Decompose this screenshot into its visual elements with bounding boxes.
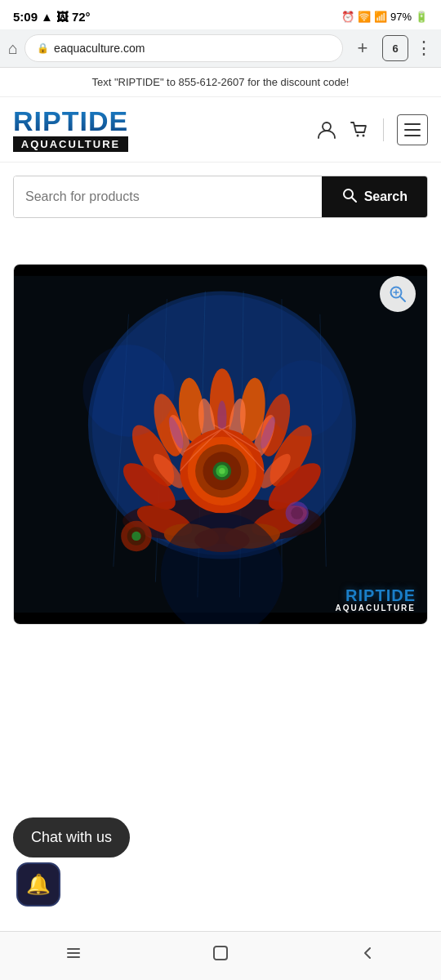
logo-riptide: RIPTIDE [13,107,128,135]
product-image: RIPTIDE AQUACULTURE [14,265,427,624]
signal-icon: 📶 [374,11,387,23]
lock-icon: 🔒 [37,42,49,54]
search-bar: Search [13,176,428,218]
url-bar[interactable]: 🔒 eaquaculture.com [24,34,343,62]
product-logo-overlay: RIPTIDE AQUACULTURE [336,587,416,612]
svg-point-2 [363,134,365,136]
search-button[interactable]: Search [322,176,427,217]
cart-icon [349,119,370,140]
page-content: Text "RIPTIDE" to 855-612-2607 for the d… [0,68,441,690]
alarm-icon: ⏰ [341,11,354,23]
battery-display: 97% [390,11,412,23]
zoom-button[interactable] [380,276,416,312]
wifi-icon: 🛜 [358,11,371,23]
svg-point-47 [131,532,140,541]
logo-aquaculture: AQUACULTURE [13,136,128,152]
menu-line-2 [404,129,421,131]
svg-point-1 [357,134,359,136]
svg-point-0 [323,122,331,131]
home-button[interactable]: ⌂ [8,39,18,58]
search-button-label: Search [364,189,408,204]
search-input[interactable] [14,176,322,217]
new-tab-button[interactable]: + [350,35,376,61]
status-bar: 5:09 ▲ 🖼 72° ⏰ 🛜 📶 97% 🔋 [0,0,441,29]
promo-text: Text "RIPTIDE" to 855-612-2607 for the d… [92,76,350,88]
svg-point-49 [291,507,303,519]
product-image-wrapper: RIPTIDE AQUACULTURE [14,265,427,624]
hamburger-menu-button[interactable] [397,114,428,145]
cart-button[interactable] [349,119,370,140]
alert-icon: ▲ [41,10,53,24]
svg-line-4 [352,198,356,202]
promo-banner: Text "RIPTIDE" to 855-612-2607 for the d… [0,68,441,97]
coral-svg [14,265,427,624]
status-right: ⏰ 🛜 📶 97% 🔋 [341,11,428,23]
overlay-brand-aquaculture: AQUACULTURE [336,604,416,612]
sim-icon: 🖼 [56,10,69,24]
menu-line-3 [404,135,421,136]
svg-point-44 [219,468,225,474]
browser-chrome: ⌂ 🔒 eaquaculture.com + 6 ⋮ [0,29,441,68]
product-card: RIPTIDE AQUACULTURE [13,264,428,625]
more-menu-button[interactable]: ⋮ [415,38,433,59]
tabs-button[interactable]: 6 [382,35,408,61]
header-divider [383,118,384,141]
spacer [0,231,441,264]
account-icon [316,119,337,140]
temp-display: 72° [72,10,91,24]
battery-icon: 🔋 [415,11,428,23]
header-icons [316,114,428,145]
svg-line-54 [400,296,405,301]
search-btn-icon [341,187,358,207]
menu-line-1 [404,123,421,125]
svg-point-51 [266,360,343,437]
status-left: 5:09 ▲ 🖼 72° [13,10,91,24]
url-text: eaquaculture.com [54,42,145,55]
account-button[interactable] [316,119,337,140]
svg-point-50 [82,345,174,436]
overlay-brand-riptide: RIPTIDE [336,587,416,604]
site-header: RIPTIDE AQUACULTURE [0,97,441,163]
logo-area: RIPTIDE AQUACULTURE [13,107,128,152]
time-display: 5:09 [13,10,38,24]
